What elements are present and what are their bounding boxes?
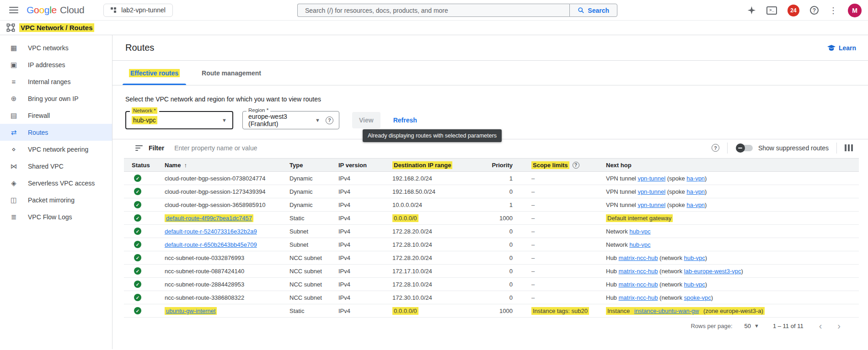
priority-cell: 1	[495, 175, 523, 182]
next-hop-link[interactable]: ha-vpn	[686, 202, 705, 208]
destination-cell: 0.0.0.0/0	[392, 215, 495, 222]
ip-version-cell: IPv4	[338, 308, 392, 314]
destination-value: 0.0.0.0/0	[392, 214, 418, 222]
next-hop-link[interactable]: matrix-ncc-hub	[618, 294, 658, 301]
page-header: Routes Learn	[113, 35, 868, 61]
next-hop-link[interactable]: hub-vpc	[629, 228, 650, 235]
search-button[interactable]: Search	[569, 4, 617, 17]
pagination-prev-button[interactable]: ‹	[819, 321, 822, 330]
next-hop-cell: Hub matrix-ncc-hub (network hub-vpc)	[606, 255, 859, 261]
view-button[interactable]: View	[352, 112, 380, 128]
type-cell: Static	[289, 215, 338, 222]
next-hop-link[interactable]: hub-vpc	[684, 281, 705, 288]
next-hop-link[interactable]: spoke-vpc	[684, 294, 711, 301]
column-header-destination-ip-range[interactable]: Destination IP range	[392, 161, 495, 169]
scope-limits-cell: –	[523, 215, 606, 222]
next-hop-link[interactable]: matrix-ncc-hub	[618, 281, 658, 288]
next-hop-link[interactable]: vpn-tunnel	[638, 188, 665, 195]
sidebar-item-ip-addresses[interactable]: ▣IP addresses	[0, 56, 112, 73]
sidebar-item-internal-ranges[interactable]: ≡Internal ranges	[0, 73, 112, 90]
table-row: ✓default-route-r-524073316e32b2a9SubnetI…	[124, 225, 859, 238]
next-hop-link[interactable]: ha-vpn	[686, 175, 705, 182]
refresh-button[interactable]: Refresh	[393, 117, 417, 124]
scope-limits-cell: –	[523, 241, 606, 248]
sidebar-item-vpc-networks[interactable]: ▦VPC networks	[0, 39, 112, 56]
sidebar-item-serverless-vpc-access[interactable]: ◈Serverless VPC access	[0, 175, 112, 191]
next-hop-link[interactable]: instance-ubuntu-wan-gw	[633, 307, 701, 315]
sidebar-item-bring-your-own-ip[interactable]: ⊕Bring your own IP	[0, 90, 112, 107]
sidebar-item-shared-vpc[interactable]: ⋈Shared VPC	[0, 158, 112, 175]
column-header-priority[interactable]: Priority	[495, 162, 523, 169]
rows-per-page-label: Rows per page:	[691, 323, 732, 329]
destination-value: 192.168.2.0/24	[392, 175, 432, 182]
column-display-options-icon[interactable]	[845, 144, 853, 151]
next-hop-cell: Instance instance-ubuntu-wan-gw (zone eu…	[606, 308, 859, 314]
tab-effective-routes[interactable]: Effective routes	[118, 61, 191, 85]
next-hop-text: VPN tunnel	[606, 188, 638, 195]
next-hop-link[interactable]: hub-vpc	[629, 241, 650, 248]
next-hop-link[interactable]: ha-vpn	[686, 188, 705, 195]
column-header-type[interactable]: Type	[289, 162, 338, 169]
project-selector[interactable]: lab2-vpn-tunnel	[103, 4, 173, 17]
help-icon[interactable]: ?	[810, 6, 819, 15]
destination-cell: 172.28.10.0/24	[392, 281, 495, 288]
tab-route-management[interactable]: Route management	[191, 61, 272, 85]
pagination-next-button[interactable]: ›	[837, 321, 841, 330]
region-help-icon[interactable]: ?	[326, 117, 333, 124]
network-select[interactable]: Network * hub-vpc ▼	[125, 111, 233, 129]
scope-limits-help-icon[interactable]: ?	[573, 162, 579, 169]
next-hop-text: (zone europe-west3-a)	[700, 307, 764, 315]
region-select[interactable]: Region * europe-west3 (Frankfurt) ▼ ?	[242, 111, 339, 129]
scope-limits-value: –	[531, 241, 535, 248]
vpc-networks-icon: ▦	[9, 44, 18, 52]
avatar[interactable]: M	[848, 4, 862, 17]
next-hop-link[interactable]: lab-europe-west3-vpc	[684, 268, 741, 275]
notifications-badge[interactable]: 24	[788, 5, 799, 16]
column-header-scope-limits[interactable]: Scope limits?	[523, 161, 606, 169]
column-header-label: Status	[132, 162, 150, 169]
next-hop-link[interactable]: vpn-tunnel	[638, 175, 665, 182]
route-name-link[interactable]: default-route-4f99c7bea1dc7457	[165, 214, 253, 222]
filter-help-icon[interactable]: ?	[712, 144, 719, 152]
sidebar-item-packet-mirroring[interactable]: ◫Packet mirroring	[0, 191, 112, 208]
sidebar-item-vpc-network-peering[interactable]: ⋄VPC network peering	[0, 141, 112, 158]
filter-input[interactable]	[173, 144, 712, 152]
priority-cell: 0	[495, 268, 523, 275]
status-ok-icon: ✓	[134, 201, 141, 208]
scope-limits-cell: –	[523, 255, 606, 261]
column-header-label: Next hop	[606, 162, 632, 169]
column-header-ip-version[interactable]: IP version	[338, 162, 392, 169]
rows-per-page-select[interactable]: 50 ▼	[745, 323, 759, 329]
next-hop-link[interactable]: hub-vpc	[684, 255, 705, 261]
project-name: lab2-vpn-tunnel	[121, 6, 166, 14]
gemini-sparkle-icon[interactable]	[747, 6, 756, 15]
route-name-link[interactable]: ubuntu-gw-internet	[165, 307, 217, 315]
name-cell: cloud-router-bgp-session-1273439394	[165, 188, 289, 195]
type-cell: Dynamic	[289, 175, 338, 182]
route-name-link[interactable]: default-route-r-524073316e32b2a9	[165, 228, 257, 235]
column-header-status[interactable]: Status	[124, 162, 165, 169]
show-suppressed-routes-toggle[interactable]	[737, 145, 753, 151]
sidebar-item-vpc-flow-logs[interactable]: ≣VPC Flow Logs	[0, 208, 112, 225]
next-hop-link[interactable]: matrix-ncc-hub	[618, 268, 658, 275]
next-hop-link[interactable]: matrix-ncc-hub	[618, 255, 658, 261]
route-name: ncc-subnet-route-2884428953	[165, 281, 244, 288]
scope-limits-value: –	[531, 202, 535, 208]
ip-version-cell: IPv4	[338, 241, 392, 248]
column-header-name[interactable]: Name↑	[165, 162, 289, 169]
search-input[interactable]	[297, 4, 569, 17]
more-options-icon[interactable]: ⋮	[829, 6, 837, 15]
cloud-shell-icon[interactable]: >_	[766, 6, 777, 15]
learn-link[interactable]: Learn	[827, 44, 856, 52]
breadcrumb[interactable]: VPC Network / Routes	[19, 23, 94, 32]
route-name-link[interactable]: default-route-r-650b2643bb45e709	[165, 241, 257, 248]
internal-ranges-icon: ≡	[9, 78, 18, 85]
table-row: ✓cloud-router-bgp-session-0738024774Dyna…	[124, 172, 859, 185]
next-hop-cell: Hub matrix-ncc-hub (network hub-vpc)	[606, 281, 859, 288]
next-hop-link[interactable]: vpn-tunnel	[638, 202, 665, 208]
column-header-next-hop[interactable]: Next hop	[606, 162, 859, 169]
search-button-label: Search	[588, 7, 609, 14]
hamburger-menu-icon[interactable]	[9, 7, 18, 13]
sidebar-item-firewall[interactable]: ▤Firewall	[0, 107, 112, 124]
sidebar-item-routes[interactable]: ⇄Routes	[0, 124, 112, 141]
